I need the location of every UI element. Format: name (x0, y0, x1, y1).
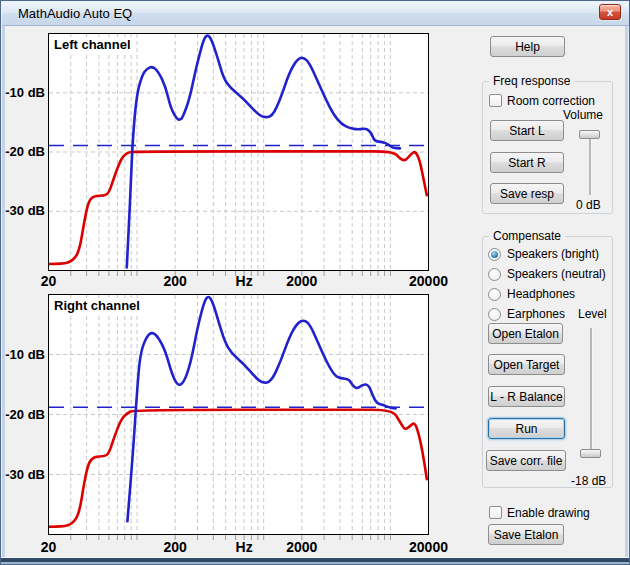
radio-speakers-bright-label: Speakers (bright) (507, 247, 599, 261)
save-corr-file-button[interactable]: Save corr. file (486, 450, 566, 471)
x-axis-label: 20000 (409, 273, 448, 289)
start-r-button[interactable]: Start R (490, 152, 564, 173)
freq-response-group-label: Freq response (489, 74, 574, 88)
y-axis-label: -20 dB (1, 407, 45, 422)
y-axis-label: -20 dB (1, 144, 45, 159)
enable-drawing-label: Enable drawing (507, 506, 590, 520)
compensate-group-label: Compensate (489, 229, 565, 243)
open-etalon-button[interactable]: Open Etalon (488, 323, 563, 344)
y-axis-label: -30 dB (1, 467, 45, 482)
app-window: MathAudio Auto EQ x Left channel Right c… (0, 0, 630, 565)
save-etalon-button[interactable]: Save Etalon (488, 524, 564, 545)
volume-label: Volume (563, 108, 603, 122)
level-slider-track[interactable] (590, 328, 592, 458)
radio-headphones-label: Headphones (507, 287, 575, 301)
x-axis-label: 200 (163, 539, 186, 555)
room-correction-label: Room correction (507, 94, 595, 108)
y-axis-label: -10 dB (1, 85, 45, 100)
radio-headphones[interactable] (488, 288, 501, 301)
save-resp-button[interactable]: Save resp (490, 183, 564, 204)
close-icon: x (607, 7, 613, 18)
room-correction-checkbox[interactable] (489, 94, 502, 107)
window-title: MathAudio Auto EQ (18, 6, 132, 21)
right-channel-plot (48, 294, 429, 542)
y-axis-label: -30 dB (1, 203, 45, 218)
left-channel-plot (48, 33, 429, 278)
x-axis-label: 20 (41, 273, 57, 289)
x-axis-label: 20 (41, 539, 57, 555)
help-button[interactable]: Help (490, 36, 565, 57)
right-channel-label: Right channel (54, 298, 143, 314)
radio-speakers-bright[interactable] (488, 248, 501, 261)
volume-slider-track[interactable] (589, 133, 591, 195)
x-axis-label: 2000 (286, 273, 317, 289)
x-axis-label: Hz (236, 539, 253, 555)
y-axis-label: -10 dB (1, 347, 45, 362)
x-axis-label: 20000 (409, 539, 448, 555)
x-axis-label: Hz (236, 273, 253, 289)
x-axis-label: 200 (163, 273, 186, 289)
title-bar[interactable]: MathAudio Auto EQ (2, 2, 629, 26)
start-l-button[interactable]: Start L (490, 120, 564, 141)
left-channel-label: Left channel (54, 37, 134, 53)
level-slider-thumb[interactable] (580, 449, 601, 458)
volume-slider-thumb[interactable] (579, 130, 600, 139)
x-axis-label: 2000 (286, 539, 317, 555)
lr-balance-button[interactable]: L - R Balance (488, 386, 565, 407)
radio-earphones[interactable] (488, 308, 501, 321)
close-button[interactable]: x (599, 4, 621, 20)
volume-value: 0 dB (576, 198, 601, 212)
enable-drawing-checkbox[interactable] (489, 506, 502, 519)
radio-speakers-neutral-label: Speakers (neutral) (507, 267, 606, 281)
level-label: Level (578, 307, 607, 321)
radio-speakers-neutral[interactable] (488, 268, 501, 281)
level-value: -18 dB (571, 474, 606, 488)
run-button[interactable]: Run (488, 418, 565, 439)
open-target-button[interactable]: Open Target (488, 354, 565, 375)
radio-earphones-label: Earphones (507, 307, 565, 321)
